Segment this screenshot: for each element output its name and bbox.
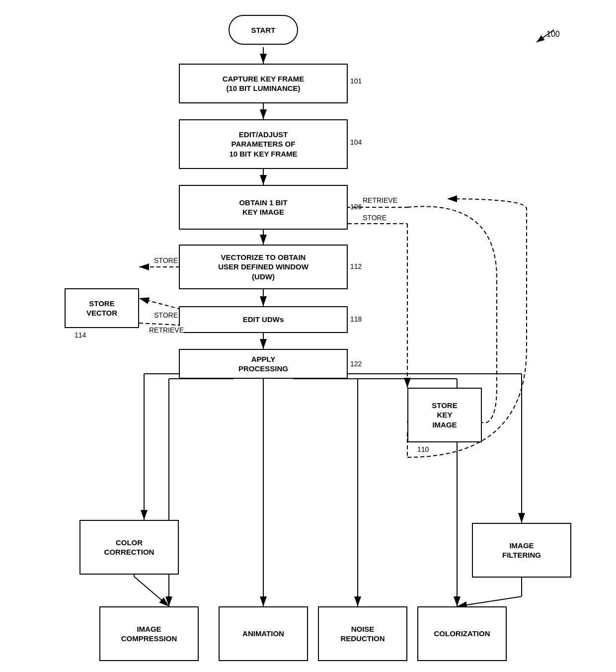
colorization-label: COLORIZATION [434,629,490,639]
ref-122: 122 [350,360,362,368]
start-node: START [229,15,298,45]
ref-118: 118 [350,315,362,323]
ref-101: 101 [350,77,362,85]
image-filtering-label: IMAGE FILTERING [502,541,541,560]
ref-114: 114 [75,331,86,339]
svg-line-31 [537,30,554,42]
noise-reduction-node: NOISE REDUCTION [318,606,407,661]
colorization-node: COLORIZATION [417,606,507,661]
apply-processing-label: APPLY PROCESSING [238,354,288,374]
edit-udws-label: EDIT UDWs [243,315,284,325]
ref-110: 110 [417,445,429,453]
svg-line-22 [457,596,522,606]
flowchart-diagram: START CAPTURE KEY FRAME (10 BIT LUMINANC… [0,0,616,672]
animation-label: ANIMATION [242,629,284,639]
store-vector-label: STORE VECTOR [86,299,117,318]
ref-104: 104 [350,138,362,146]
edit-adjust-node: EDIT/ADJUST PARAMETERS OF 10 BIT KEY FRA… [179,119,348,169]
obtain-1bit-label: OBTAIN 1 BIT KEY IMAGE [239,198,287,217]
edit-adjust-label: EDIT/ADJUST PARAMETERS OF 10 BIT KEY FRA… [229,130,297,159]
image-compression-label: IMAGE COMPRESSION [121,624,177,644]
animation-node: ANIMATION [219,606,308,661]
store-vector-node: STORE VECTOR [65,288,139,328]
ref-112: 112 [350,262,362,270]
noise-reduction-label: NOISE REDUCTION [340,624,385,644]
edit-udws-node: EDIT UDWs [179,306,348,333]
store-key-image-node: STORE KEY IMAGE [407,388,482,442]
retrieve-label-2: RETRIEVE [363,196,397,204]
retrieve-label-1: RETRIEVE [149,326,184,334]
vectorize-label: VECTORIZE TO OBTAIN USER DEFINED WINDOW … [218,252,308,282]
capture-keyframe-label: CAPTURE KEY FRAME (10 BIT LUMINANCE) [223,74,305,93]
vectorize-node: VECTORIZE TO OBTAIN USER DEFINED WINDOW … [179,245,348,289]
ref-100-arrow [527,27,556,47]
start-label: START [251,26,276,34]
capture-keyframe-node: CAPTURE KEY FRAME (10 BIT LUMINANCE) [179,64,348,103]
store-label-2: STORE [154,311,178,319]
store-key-image-label: STORE KEY IMAGE [432,401,457,430]
color-correction-node: COLOR CORRECTION [79,520,179,575]
store-label-1: STORE [154,256,178,264]
obtain-1bit-node: OBTAIN 1 BIT KEY IMAGE [179,185,348,230]
ref-106: 106 [350,203,362,211]
color-correction-label: COLOR CORRECTION [104,538,154,557]
image-compression-node: IMAGE COMPRESSION [99,606,199,661]
apply-processing-node: APPLY PROCESSING [179,349,348,379]
store-label-3: STORE [363,214,386,222]
image-filtering-node: IMAGE FILTERING [472,523,571,578]
svg-line-20 [134,577,169,606]
